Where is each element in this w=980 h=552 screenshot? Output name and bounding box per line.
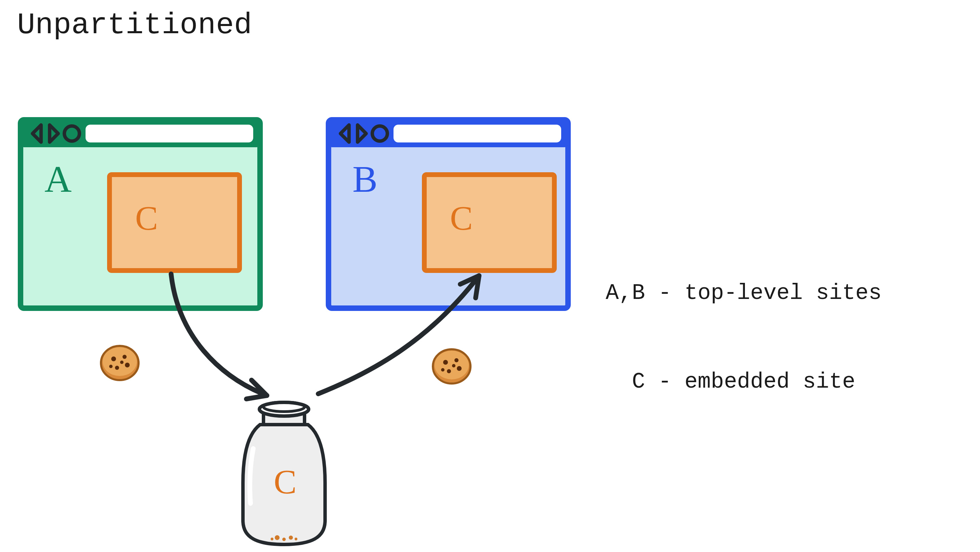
- svg-point-31: [270, 538, 274, 540]
- svg-point-23: [447, 369, 451, 373]
- svg-point-13: [123, 355, 127, 359]
- embedded-c-a-label: C: [135, 199, 158, 237]
- svg-point-17: [120, 361, 124, 364]
- cookie-left: [101, 346, 138, 380]
- cookie-right: [433, 349, 471, 383]
- embedded-c-b-label: C: [450, 199, 473, 237]
- svg-point-24: [441, 368, 444, 372]
- svg-point-28: [275, 535, 280, 540]
- svg-point-25: [452, 364, 455, 367]
- svg-point-19: [434, 351, 469, 380]
- browser-b-address-bar: [393, 124, 561, 142]
- site-b-label: B: [352, 158, 377, 200]
- svg-point-14: [125, 363, 130, 367]
- site-a-label: A: [45, 158, 72, 200]
- svg-point-11: [103, 347, 137, 376]
- svg-point-22: [457, 366, 461, 371]
- jar-label: C: [274, 463, 297, 501]
- svg-point-21: [454, 358, 458, 362]
- cookie-jar: C: [243, 402, 325, 544]
- svg-point-30: [289, 536, 293, 540]
- svg-point-32: [294, 538, 298, 540]
- browser-a-address-bar: [86, 124, 253, 142]
- svg-point-16: [109, 365, 113, 368]
- svg-point-12: [111, 356, 116, 361]
- svg-point-29: [282, 538, 286, 541]
- browser-a: A C: [21, 120, 260, 308]
- svg-point-20: [443, 360, 448, 365]
- svg-rect-8: [424, 175, 554, 271]
- diagram-stage: A C B C: [0, 0, 980, 552]
- embedded-c-in-b: C: [424, 175, 554, 271]
- browser-b: B C: [328, 120, 568, 308]
- svg-rect-3: [110, 175, 240, 271]
- embedded-c-in-a: C: [110, 175, 240, 271]
- svg-point-15: [115, 366, 119, 370]
